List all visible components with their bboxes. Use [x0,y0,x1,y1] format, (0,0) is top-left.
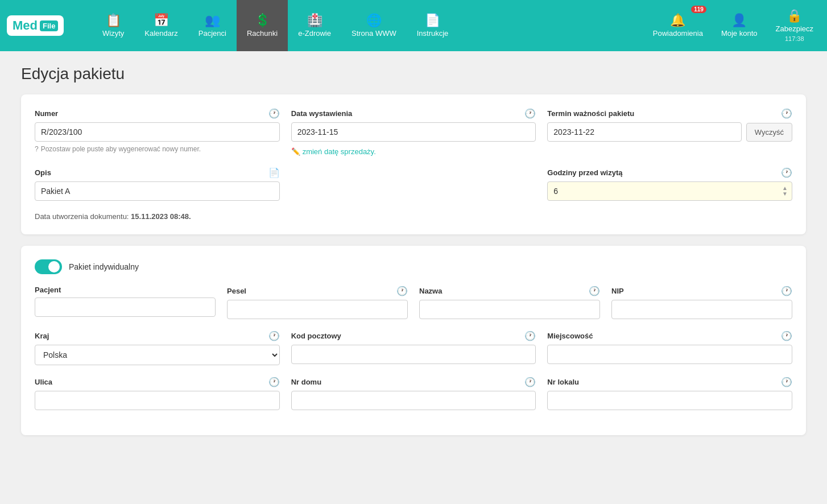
logo-med: Med [13,18,38,33]
nav-wizyty-label: Wizyty [102,29,124,38]
termin-waznosci-group: Termin ważności pakietu 🕐 Wyczyść [547,108,792,156]
clear-button[interactable]: Wyczyść [746,123,792,142]
pesel-clock-icon[interactable]: 🕐 [396,286,408,296]
powiadomienia-label: Powiadomienia [653,29,703,38]
nr-domu-input[interactable] [291,391,536,410]
nav-pacjenci-label: Pacjenci [199,29,226,38]
page-title: Edycja pakietu [21,65,806,83]
main-form-card: Numer 🕐 ? Pozostaw pole puste aby wygene… [21,94,806,234]
question-mark-icon: ? [35,145,39,153]
opis-doc-icon[interactable]: 📄 [268,167,280,178]
nav-ezdrowie[interactable]: 🏥 e-Zdrowie [288,0,341,51]
kod-clock-icon[interactable]: 🕐 [524,331,536,341]
pakiet-indywidualny-row: Pakiet indywidualny [35,259,792,274]
toggle-slider [35,259,62,274]
wizyty-icon: 📋 [106,14,121,27]
spinner-arrows[interactable]: ▲ ▼ [782,185,788,197]
godziny-label: Godziny przed wizytą 🕐 [547,167,792,178]
data-wystawienia-input[interactable] [291,122,536,142]
nr-lokalu-input[interactable] [547,391,792,410]
navbar: Med File 📋 Wizyty 📅 Kalendarz 👥 Pacjenci… [0,0,827,51]
data-wystawienia-clock-icon[interactable]: 🕐 [524,108,536,119]
logo-file: File [40,20,58,31]
pacjent-group: Pacjent [35,286,216,319]
kod-pocztowy-label: Kod pocztowy 🕐 [291,331,536,341]
godziny-input[interactable] [547,181,792,201]
nip-input[interactable] [611,300,792,319]
logo[interactable]: Med File [7,15,81,36]
nazwa-label: Nazwa 🕐 [419,286,600,296]
kalendarz-icon: 📅 [154,14,169,27]
opis-input[interactable] [35,181,280,201]
kod-pocztowy-input[interactable] [291,345,536,364]
zmien-date-link[interactable]: ✏️ zmień datę sprzedaży. [291,147,536,156]
data-wystawienia-group: Data wystawienia 🕐 ✏️ zmień datę sprzeda… [291,108,536,156]
nazwa-clock-icon[interactable]: 🕐 [589,286,600,296]
nav-zabezpiecz[interactable]: 🔒 Zabezpiecz 117:38 [769,0,820,51]
doc-date-value: 15.11.2023 08:48. [131,212,191,221]
nav-instrukcje[interactable]: 📄 Instrukcje [407,0,459,51]
numer-clock-icon[interactable]: 🕐 [268,108,280,119]
nr-lokalu-label: Nr lokalu 🕐 [547,377,792,387]
termin-input-group: Wyczyść [547,122,792,142]
edit-icon: ✏️ [291,147,300,156]
numer-input[interactable] [35,122,280,142]
nav-kalendarz-label: Kalendarz [144,29,178,38]
form-row-2: Opis 📄 Godziny przed wizytą 🕐 ▲ ▼ [35,167,792,201]
zabezpiecz-label: Zabezpiecz [776,24,813,33]
nav-right: 🔔 119 Powiadomienia 👤 Moje konto 🔒 Zabez… [646,0,820,51]
bell-icon: 🔔 [670,14,685,27]
nr-lokalu-clock-icon[interactable]: 🕐 [781,377,792,387]
nip-label: NIP 🕐 [611,286,792,296]
kod-pocztowy-group: Kod pocztowy 🕐 [291,331,536,365]
nr-lokalu-group: Nr lokalu 🕐 [547,377,792,410]
pacjent-label: Pacjent [35,286,216,294]
strona-www-icon: 🌐 [366,14,382,27]
numer-group: Numer 🕐 ? Pozostaw pole puste aby wygene… [35,108,280,156]
nav-powiadomienia[interactable]: 🔔 119 Powiadomienia [646,0,710,51]
termin-clock-icon[interactable]: 🕐 [781,108,792,119]
lock-icon: 🔒 [787,10,802,22]
nav-wizyty[interactable]: 📋 Wizyty [92,0,134,51]
miejscowosc-input[interactable] [547,345,792,364]
patient-row-3: Ulica 🕐 Nr domu 🕐 Nr lokalu 🕐 [35,377,792,410]
miejscowosc-label: Miejscowość 🕐 [547,331,792,341]
nr-domu-clock-icon[interactable]: 🕐 [524,377,536,387]
nav-rachunki[interactable]: 💲 Rachunki [237,0,288,51]
ulica-input[interactable] [35,391,280,410]
nav-instrukcje-label: Instrukcje [417,29,449,38]
kraj-label: Kraj 🕐 [35,331,280,341]
nazwa-input[interactable] [419,300,600,319]
pakiet-indywidualny-label: Pakiet indywidualny [69,262,139,271]
form-row-1: Numer 🕐 ? Pozostaw pole puste aby wygene… [35,108,792,156]
pacjent-input[interactable] [35,298,216,317]
nip-clock-icon[interactable]: 🕐 [781,286,792,296]
termin-waznosci-input[interactable] [547,122,742,142]
nav-pacjenci[interactable]: 👥 Pacjenci [188,0,237,51]
ulica-label: Ulica 🕐 [35,377,280,387]
nr-domu-label: Nr domu 🕐 [291,377,536,387]
kraj-select[interactable]: Polska Niemcy Wielka Brytania USA [35,345,280,365]
ulica-group: Ulica 🕐 [35,377,280,410]
opis-group: Opis 📄 [35,167,280,201]
nazwa-group: Nazwa 🕐 [419,286,600,319]
main-content: Edycja pakietu Numer 🕐 ? Pozostaw pole p… [10,51,817,460]
godziny-input-wrapper: ▲ ▼ [547,181,792,201]
patient-row-1: Pacjent Pesel 🕐 Nazwa 🕐 N [35,286,792,319]
miejscowosc-clock-icon[interactable]: 🕐 [781,331,792,341]
doc-date: Data utworzenia dokumentu: 15.11.2023 08… [35,212,792,221]
godziny-group: Godziny przed wizytą 🕐 ▲ ▼ [547,167,792,201]
pakiet-toggle[interactable] [35,259,62,274]
nr-domu-group: Nr domu 🕐 [291,377,536,410]
kraj-clock-icon[interactable]: 🕐 [268,331,280,341]
pacjenci-icon: 👥 [205,14,220,27]
nav-moje-konto[interactable]: 👤 Moje konto [714,0,764,51]
nav-kalendarz[interactable]: 📅 Kalendarz [134,0,188,51]
nav-items: 📋 Wizyty 📅 Kalendarz 👥 Pacjenci 💲 Rachun… [92,0,646,51]
nip-group: NIP 🕐 [611,286,792,319]
numer-hint: ? Pozostaw pole puste aby wygenerować no… [35,145,280,153]
godziny-clock-icon[interactable]: 🕐 [781,167,792,178]
nav-strona-www[interactable]: 🌐 Strona WWW [341,0,407,51]
ulica-clock-icon[interactable]: 🕐 [268,377,280,387]
pesel-input[interactable] [227,300,408,319]
